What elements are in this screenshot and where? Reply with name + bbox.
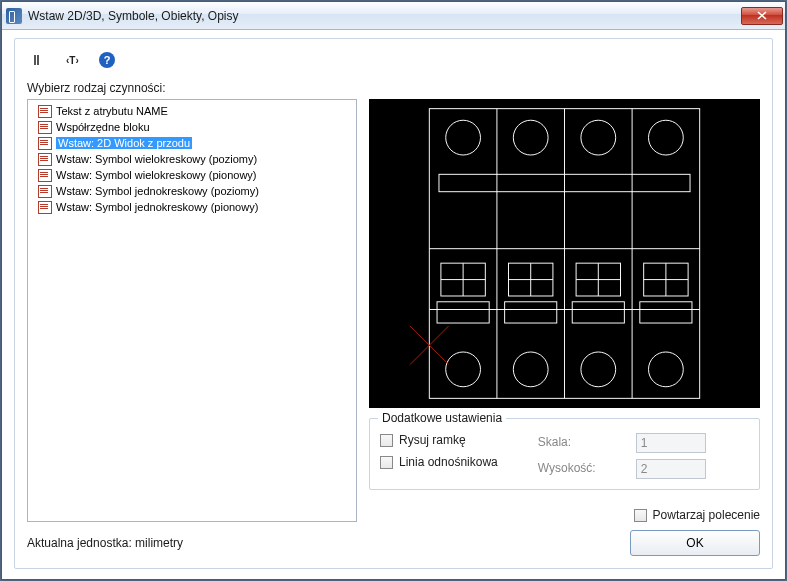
draw-frame-row: Rysuj ramkę — [380, 433, 498, 447]
svg-rect-0 — [34, 55, 36, 65]
tree-item-label: Wstaw: 2D Widok z przodu — [56, 137, 192, 149]
dim-label-column: Skala: Wysokość: — [538, 433, 596, 479]
tree-item-label: Współrzędne bloku — [56, 121, 150, 133]
help-icon[interactable]: ? — [99, 52, 115, 68]
unit-label: Aktualna jednostka: milimetry — [27, 536, 183, 550]
choose-action-label: Wybierz rodzaj czynności: — [27, 81, 760, 95]
ok-button[interactable]: OK — [630, 530, 760, 556]
main-panel: ‹T› ? Wybierz rodzaj czynności: Tekst z … — [14, 38, 773, 569]
preview-canvas — [369, 99, 760, 408]
text-tool-icon[interactable]: ‹T› — [65, 52, 81, 68]
scale-label: Skala: — [538, 435, 596, 449]
tree-item-label: Wstaw: Symbol jednokreskowy (poziomy) — [56, 185, 259, 197]
group-legend: Dodatkowe ustawienia — [378, 411, 506, 425]
tree-item-label: Tekst z atrybutu NAME — [56, 105, 168, 117]
svg-rect-1 — [37, 55, 39, 65]
align-tool-icon[interactable] — [31, 52, 47, 68]
leader-line-row: Linia odnośnikowa — [380, 455, 498, 469]
right-column: Dodatkowe ustawienia Rysuj ramkę Linia o… — [369, 99, 760, 522]
draw-frame-label: Rysuj ramkę — [399, 433, 466, 447]
repeat-row-container: Powtarzaj polecenie — [369, 508, 760, 522]
close-icon — [757, 11, 767, 20]
titlebar: Wstaw 2D/3D, Symbole, Obiekty, Opisy — [2, 2, 785, 30]
repeat-command-row: Powtarzaj polecenie — [634, 508, 760, 522]
status-row: Aktualna jednostka: milimetry OK — [27, 522, 760, 556]
dialog-window: Wstaw 2D/3D, Symbole, Obiekty, Opisy ‹T› — [1, 1, 786, 580]
main-row: Tekst z atrybutu NAME Współrzędne bloku … — [27, 99, 760, 522]
leader-line-label: Linia odnośnikowa — [399, 455, 498, 469]
tree-item[interactable]: Wstaw: Symbol wielokreskowy (poziomy) — [30, 151, 354, 167]
tree-item[interactable]: Wstaw: Symbol jednokreskowy (pionowy) — [30, 199, 354, 215]
window-title: Wstaw 2D/3D, Symbole, Obiekty, Opisy — [28, 9, 741, 23]
scale-input[interactable] — [636, 433, 706, 453]
close-button[interactable] — [741, 7, 783, 25]
tree-item-label: Wstaw: Symbol wielokreskowy (poziomy) — [56, 153, 257, 165]
tree-item-label: Wstaw: Symbol wielokreskowy (pionowy) — [56, 169, 257, 181]
leader-line-checkbox[interactable] — [380, 456, 393, 469]
tree-item[interactable]: Wstaw: Symbol jednokreskowy (poziomy) — [30, 183, 354, 199]
additional-settings-group: Dodatkowe ustawienia Rysuj ramkę Linia o… — [369, 418, 760, 490]
toolbar: ‹T› ? — [31, 49, 760, 71]
repeat-command-checkbox[interactable] — [634, 509, 647, 522]
app-icon — [6, 8, 22, 24]
tree-item-label: Wstaw: Symbol jednokreskowy (pionowy) — [56, 201, 258, 213]
height-label: Wysokość: — [538, 461, 596, 475]
repeat-command-label: Powtarzaj polecenie — [653, 508, 760, 522]
action-tree[interactable]: Tekst z atrybutu NAME Współrzędne bloku … — [27, 99, 357, 522]
tree-item[interactable]: Tekst z atrybutu NAME — [30, 103, 354, 119]
tree-item[interactable]: Współrzędne bloku — [30, 119, 354, 135]
tree-item[interactable]: Wstaw: 2D Widok z przodu — [30, 135, 354, 151]
input-column — [636, 433, 706, 479]
svg-text:‹T›: ‹T› — [66, 55, 79, 66]
height-input[interactable] — [636, 459, 706, 479]
checkbox-column: Rysuj ramkę Linia odnośnikowa — [380, 433, 498, 479]
draw-frame-checkbox[interactable] — [380, 434, 393, 447]
tree-item[interactable]: Wstaw: Symbol wielokreskowy (pionowy) — [30, 167, 354, 183]
content-area: ‹T› ? Wybierz rodzaj czynności: Tekst z … — [2, 30, 785, 579]
